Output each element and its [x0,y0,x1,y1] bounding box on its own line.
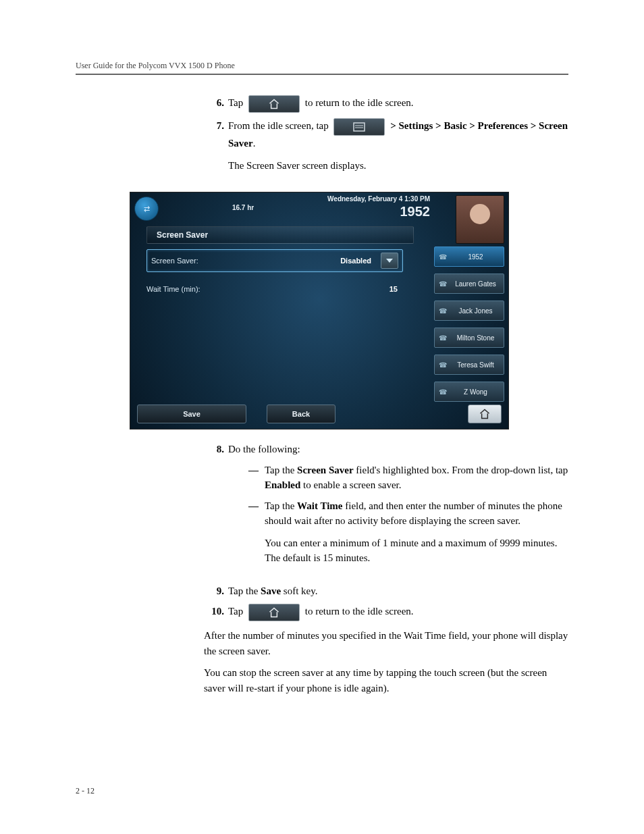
t: Save [261,585,281,596]
screen-saver-field[interactable]: Screen Saver: Disabled [146,249,403,272]
dash-icon: — [248,463,265,493]
after-para-2: You can stop the screen saver at any tim… [204,665,568,696]
phone-screenshot: ⇄ 16.7 hr Wednesday, February 4 1:30 PM … [130,192,509,429]
wait-time-field[interactable]: Wait Time (min): 15 [146,279,403,299]
softkey-bar: Save Back [137,405,502,423]
t: to return to the idle screen. [305,606,414,617]
dropdown-button[interactable] [381,253,398,269]
field-label: Screen Saver: [151,257,340,265]
t: Tap the [265,500,297,511]
step-number: 6. [204,95,228,111]
field-value: 15 [390,285,403,293]
line-keys: ☎1952 ☎Lauren Gates ☎Jack Jones ☎Milton … [434,246,504,409]
home-softkey[interactable] [468,405,502,423]
t: to enable a screen saver. [300,479,401,490]
sub-bullet: — Tap the Screen Saver field's highlight… [248,463,568,493]
line-key-label: Milton Stone [450,334,501,342]
phone-icon: ☎ [437,388,448,396]
svg-rect-0 [354,123,365,131]
step-text: to return to the idle screen. [305,97,414,108]
line-key[interactable]: ☎Jack Jones [434,301,504,321]
t: Tap [228,606,246,617]
phone-icon: ☎ [437,280,448,288]
phone-icon: ☎ [437,334,448,342]
step-10: 10. Tap to return to the idle screen. [204,604,568,621]
extension-large: 1952 [327,204,430,219]
line-key-label: 1952 [450,253,501,261]
dash-icon: — [248,498,265,573]
t: Screen Saver [297,465,353,475]
line-key[interactable]: ☎Z Wong [434,382,504,402]
step-number: 7. [204,118,228,134]
phone-icon: ☎ [437,307,448,315]
t: Tap the [228,585,261,596]
t: soft key. [281,585,317,596]
line-key-label: Jack Jones [450,307,501,315]
back-softkey[interactable]: Back [267,405,336,423]
screen-title: Screen Saver [146,226,414,244]
step-text: From the idle screen, tap [228,120,331,131]
step-result: The Screen Saver screen displays. [228,158,568,174]
step-number: 10. [204,604,228,619]
field-value: Disabled [340,257,377,265]
t: Enabled [265,479,300,490]
phone-icon: ☎ [437,361,448,369]
line-key[interactable]: ☎Lauren Gates [434,273,504,294]
after-para-1: After the number of minutes you specifie… [204,628,568,658]
page-footer: 2 - 12 [76,786,95,796]
step-text: . [253,138,256,149]
phone-topbar: ⇄ 16.7 hr Wednesday, February 4 1:30 PM … [130,192,508,222]
usb-icon: ⇄ [134,197,159,221]
step-7: 7. From the idle screen, tap > Settings … [204,118,568,180]
field-label: Wait Time (min): [146,285,390,293]
home-icon [268,607,280,618]
step-6: 6. Tap to return to the idle screen. [204,95,568,113]
home-icon [479,409,491,419]
sub-bullet: — Tap the Wait Time field, and then ente… [248,498,568,573]
home-icon [268,99,280,109]
body-content: 6. Tap to return to the idle screen. 7. … [204,95,568,180]
step-number: 8. [204,442,228,457]
menu-icon [353,122,365,132]
line-key[interactable]: ☎Milton Stone [434,328,504,348]
line-key[interactable]: ☎Teresa Swift [434,355,504,375]
step-9: 9. Tap the Save soft key. [204,583,568,599]
line-key-label: Teresa Swift [450,361,501,369]
t: Wait Time [297,500,342,511]
step-text: Tap [228,97,246,108]
step-8: 8. Do the following: — Tap the Screen Sa… [204,442,568,578]
datetime: Wednesday, February 4 1:30 PM [327,195,430,203]
line-key-label: Lauren Gates [450,280,501,288]
running-header: User Guide for the Polycom VVX 1500 D Ph… [76,61,568,71]
note: You can enter a minimum of 1 minute and … [265,536,568,566]
line-key[interactable]: ☎1952 [434,246,504,267]
phone-icon: ☎ [437,253,448,261]
step-number: 9. [204,583,228,599]
header-rule [76,74,568,75]
home-button-graphic [248,95,300,113]
form-area: Screen Saver: Disabled Wait Time (min): … [146,249,403,299]
t: field's highlighted box. From the drop-d… [354,465,568,475]
menu-button-graphic [333,118,385,136]
t: Tap the [265,465,297,475]
top-center-text: 16.7 hr [159,204,327,211]
chevron-down-icon [386,259,393,263]
avatar [456,195,504,244]
step-text: Do the following: [228,444,300,454]
line-key-label: Z Wong [450,388,501,396]
save-softkey[interactable]: Save [137,405,246,423]
home-button-graphic [248,604,300,621]
